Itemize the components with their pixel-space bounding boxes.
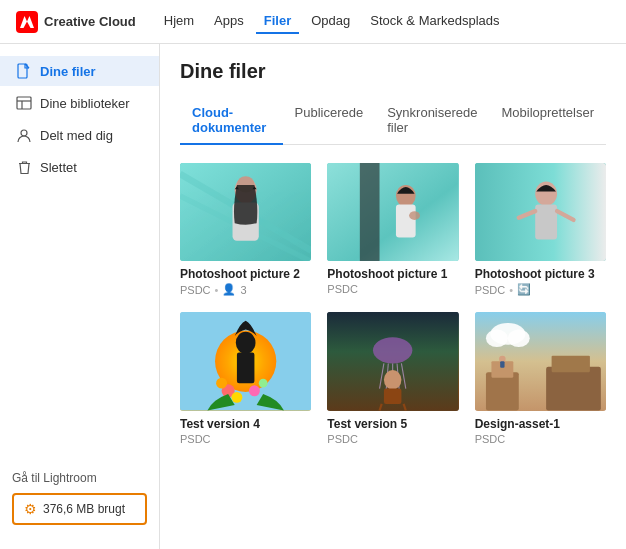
svg-rect-28 xyxy=(237,353,255,384)
file-card-designasset[interactable]: Design-asset-1 PSDC xyxy=(475,312,606,444)
file-thumb-photoshoot2 xyxy=(180,163,311,261)
sidebar-label-biblioteker: Dine biblioteker xyxy=(40,96,130,111)
svg-point-5 xyxy=(21,130,27,136)
svg-rect-3 xyxy=(18,64,27,78)
tabs: Cloud-dokumenter Publicerede Synkroniser… xyxy=(180,97,606,145)
svg-point-47 xyxy=(486,330,508,348)
nav-filer[interactable]: Filer xyxy=(256,9,299,34)
file-type-photoshoot3: PSDC xyxy=(475,284,506,296)
svg-point-18 xyxy=(409,211,420,220)
svg-rect-51 xyxy=(546,367,601,411)
file-name-testv4: Test version 4 xyxy=(180,417,311,431)
file-type-testv4: PSDC xyxy=(180,433,211,445)
file-thumb-testv4 xyxy=(180,312,311,410)
nav-links: Hjem Apps Filer Opdag Stock & Markedspla… xyxy=(156,9,610,34)
svg-rect-14 xyxy=(327,163,458,261)
file-card-testv5[interactable]: Test version 5 PSDC xyxy=(327,312,458,444)
svg-rect-22 xyxy=(535,205,557,240)
file-card-testv4[interactable]: Test version 4 PSDC xyxy=(180,312,311,444)
file-name-photoshoot2: Photoshoot picture 2 xyxy=(180,267,311,281)
file-type-photoshoot2: PSDC xyxy=(180,284,211,296)
file-name-testv5: Test version 5 xyxy=(327,417,458,431)
file-thumb-photoshoot1 xyxy=(327,163,458,261)
sidebar-label-delt: Delt med dig xyxy=(40,128,113,143)
person-icon xyxy=(16,127,32,143)
sidebar-item-dine-filer[interactable]: Dine filer xyxy=(0,56,159,86)
sidebar-items: Dine filer Dine biblioteker Delt med dig… xyxy=(0,56,159,182)
svg-rect-17 xyxy=(396,205,416,238)
sidebar-item-delt[interactable]: Delt med dig xyxy=(0,120,159,150)
app-logo[interactable]: Creative Cloud xyxy=(16,11,136,33)
nav-apps[interactable]: Apps xyxy=(206,9,252,34)
tab-cloud-dokumenter[interactable]: Cloud-dokumenter xyxy=(180,97,283,145)
svg-point-33 xyxy=(259,379,268,388)
gear-icon: ⚙ xyxy=(24,501,37,517)
svg-rect-4 xyxy=(17,97,31,109)
storage-badge[interactable]: ⚙ 376,6 MB brugt xyxy=(12,493,147,525)
file-name-photoshoot3: Photoshoot picture 3 xyxy=(475,267,606,281)
file-card-photoshoot1[interactable]: Photoshoot picture 1 PSDC xyxy=(327,163,458,296)
sidebar: Dine filer Dine biblioteker Delt med dig… xyxy=(0,44,160,549)
storage-label: 376,6 MB brugt xyxy=(43,502,125,516)
app-name: Creative Cloud xyxy=(44,14,136,29)
main-layout: Dine filer Dine biblioteker Delt med dig… xyxy=(0,44,626,549)
svg-rect-49 xyxy=(486,373,519,411)
file-meta-testv4: PSDC xyxy=(180,433,311,445)
goto-lightroom-link[interactable]: Gå til Lightroom xyxy=(12,471,147,485)
adobe-logo-icon xyxy=(16,11,38,33)
file-grid: Photoshoot picture 2 PSDC • 👤 3 xyxy=(180,163,606,445)
svg-point-48 xyxy=(507,330,529,348)
svg-point-32 xyxy=(249,386,260,397)
share-count-photoshoot2: 3 xyxy=(240,284,246,296)
file-thumb-testv5 xyxy=(327,312,458,410)
file-thumb-designasset xyxy=(475,312,606,410)
svg-point-31 xyxy=(231,392,242,403)
page-title: Dine filer xyxy=(180,60,606,83)
file-type-testv5: PSDC xyxy=(327,433,358,445)
svg-point-27 xyxy=(236,332,256,354)
file-name-photoshoot1: Photoshoot picture 1 xyxy=(327,267,458,281)
sidebar-item-biblioteker[interactable]: Dine biblioteker xyxy=(0,88,159,118)
svg-point-35 xyxy=(373,338,412,364)
svg-rect-52 xyxy=(551,356,589,372)
content-area: Dine filer Cloud-dokumenter Publicerede … xyxy=(160,44,626,549)
file-name-designasset: Design-asset-1 xyxy=(475,417,606,431)
sidebar-bottom: Gå til Lightroom ⚙ 376,6 MB brugt xyxy=(0,471,159,537)
nav-hjem[interactable]: Hjem xyxy=(156,9,202,34)
tab-publicerede[interactable]: Publicerede xyxy=(283,97,376,145)
nav-opdag[interactable]: Opdag xyxy=(303,9,358,34)
tab-synkroniserede[interactable]: Synkroniserede filer xyxy=(375,97,489,145)
file-meta-photoshoot2: PSDC • 👤 3 xyxy=(180,283,311,296)
sidebar-item-slettet[interactable]: Slettet xyxy=(0,152,159,182)
file-meta-designasset: PSDC xyxy=(475,433,606,445)
trash-icon xyxy=(16,159,32,175)
svg-point-41 xyxy=(384,370,402,390)
sync-icon-photoshoot3: 🔄 xyxy=(517,283,531,296)
share-icon-photoshoot2: 👤 xyxy=(222,283,236,296)
svg-rect-15 xyxy=(360,163,380,261)
file-type-photoshoot1: PSDC xyxy=(327,283,358,295)
file-meta-photoshoot1: PSDC xyxy=(327,283,458,295)
svg-rect-54 xyxy=(500,362,504,369)
nav-stock[interactable]: Stock & Markedsplads xyxy=(362,9,507,34)
top-nav: Creative Cloud Hjem Apps Filer Opdag Sto… xyxy=(0,0,626,44)
sidebar-label-slettet: Slettet xyxy=(40,160,77,175)
file-type-designasset: PSDC xyxy=(475,433,506,445)
file-icon xyxy=(16,63,32,79)
file-thumb-photoshoot3 xyxy=(475,163,606,261)
svg-rect-42 xyxy=(384,389,402,404)
file-card-photoshoot3[interactable]: Photoshoot picture 3 PSDC • 🔄 xyxy=(475,163,606,296)
sidebar-label-dine-filer: Dine filer xyxy=(40,64,96,79)
file-meta-photoshoot3: PSDC • 🔄 xyxy=(475,283,606,296)
library-icon xyxy=(16,95,32,111)
svg-rect-0 xyxy=(16,11,38,33)
tab-mobiloprettelser[interactable]: Mobiloprettelser xyxy=(490,97,607,145)
file-meta-testv5: PSDC xyxy=(327,433,458,445)
file-card-photoshoot2[interactable]: Photoshoot picture 2 PSDC • 👤 3 xyxy=(180,163,311,296)
svg-point-30 xyxy=(216,378,227,389)
